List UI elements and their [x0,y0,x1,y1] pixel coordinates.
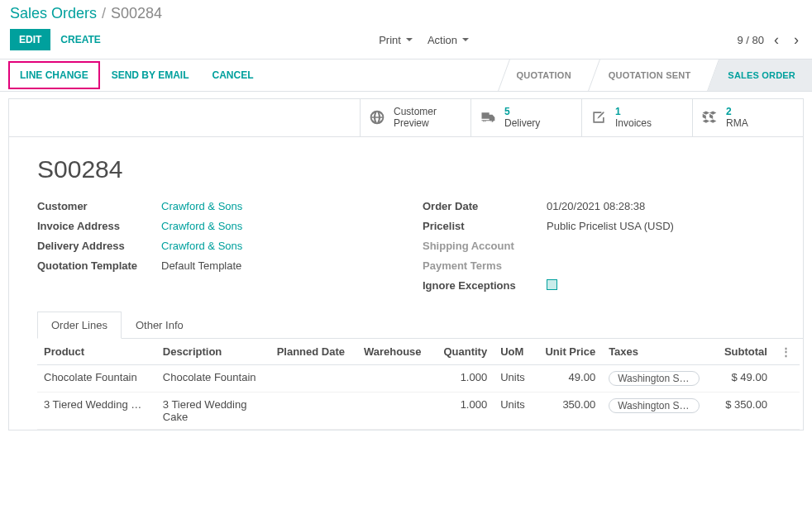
cell-planned-date [270,392,357,429]
pager-text: 9 / 80 [737,34,764,46]
line-change-button[interactable]: LINE CHANGE [8,61,100,89]
label-customer: Customer [37,200,161,212]
stat-label: Customer [394,106,437,117]
value-invoice-address[interactable]: Crawford & Sons [161,220,242,232]
label-quotation-template: Quotation Template [37,259,161,272]
col-planned-date[interactable]: Planned Date [270,339,357,365]
action-dropdown[interactable]: Action [427,34,469,46]
cell-taxes: Washington Sale… [609,398,700,413]
col-options[interactable]: ⋮ [774,339,800,365]
toolbar: EDIT CREATE Print Action 9 / 80 ‹ › [0,24,812,59]
label-ignore-exceptions: Ignore Exceptions [423,279,547,292]
form-fields: CustomerCrawford & Sons Invoice AddressC… [9,192,803,311]
label-pricelist: Pricelist [423,220,547,232]
page-title: S00284 [9,137,803,192]
cell-uom: Units [494,364,534,392]
stat-count: 5 [504,106,540,117]
value-customer[interactable]: Crawford & Sons [161,200,242,212]
stat-count: 2 [726,106,748,117]
create-button[interactable]: CREATE [50,30,110,50]
table-row[interactable]: Chocolate Fountain Chocolate Fountain 1.… [37,364,800,392]
col-product[interactable]: Product [37,339,156,365]
cell-unit-price: 350.00 [534,392,602,429]
cell-description: Chocolate Fountain [156,364,270,392]
form-sheet: Customer Preview 5 Delivery 1 Invoices 2… [8,98,804,431]
tab-other-info[interactable]: Other Info [122,312,198,339]
pencil-square-icon [590,109,607,126]
ignore-exceptions-checkbox[interactable] [547,279,557,290]
breadcrumb-current: S00284 [111,5,162,22]
label-invoice-address: Invoice Address [37,220,161,232]
col-taxes[interactable]: Taxes [602,339,714,365]
send-by-email-button[interactable]: SEND BY EMAIL [100,59,201,91]
cell-quantity: 1.000 [433,392,494,429]
stage-sales-order[interactable]: SALES ORDER [707,59,812,91]
breadcrumb: Sales Orders / S00284 [0,0,812,24]
table-row[interactable]: 3 Tiered Wedding … 3 Tiered Wedding Cake… [37,392,800,429]
boxes-icon [701,109,718,126]
right-column: Order Date01/20/2021 08:28:38 PricelistP… [423,197,775,296]
stat-rma[interactable]: 2 RMA [692,99,803,136]
caret-down-icon [462,38,469,45]
cell-unit-price: 49.00 [534,364,602,392]
col-uom[interactable]: UoM [494,339,534,365]
cell-subtotal: $ 49.00 [714,364,774,392]
print-dropdown[interactable]: Print [379,34,413,46]
cell-subtotal: $ 350.00 [714,392,774,429]
cell-product: Chocolate Fountain [44,371,137,383]
col-warehouse[interactable]: Warehouse [357,339,433,365]
edit-button[interactable]: EDIT [10,29,50,50]
stage-indicator: QUOTATION QUOTATION SENT SALES ORDER [497,59,812,91]
pager-prev[interactable]: ‹ [769,32,784,47]
status-bar: LINE CHANGE SEND BY EMAIL CANCEL QUOTATI… [0,59,812,92]
caret-down-icon [406,38,413,45]
cancel-button[interactable]: CANCEL [200,59,265,91]
value-order-date: 01/20/2021 08:28:38 [547,200,775,212]
pager-next[interactable]: › [789,32,804,47]
label-order-date: Order Date [423,200,547,212]
stage-quotation[interactable]: QUOTATION [497,59,588,91]
stat-label: Invoices [615,117,652,129]
breadcrumb-separator: / [102,5,106,22]
cell-planned-date [270,364,357,392]
value-quotation-template: Default Template [161,259,389,272]
pager: 9 / 80 ‹ › [737,32,804,47]
cell-product: 3 Tiered Wedding … [44,398,141,411]
col-description[interactable]: Description [156,339,270,365]
stat-label: Preview [394,117,437,129]
cell-quantity: 1.000 [433,364,494,392]
col-quantity[interactable]: Quantity [433,339,494,365]
cell-warehouse [357,364,433,392]
cell-description: 3 Tiered Wedding Cake [156,392,270,429]
stat-label: RMA [726,117,748,129]
col-subtotal[interactable]: Subtotal [714,339,774,365]
stat-count: 1 [615,106,652,117]
label-shipping-account: Shipping Account [423,240,547,252]
cell-warehouse [357,392,433,429]
truck-icon [480,109,496,126]
cell-taxes: Washington Sale… [609,371,700,386]
stage-quotation-sent[interactable]: QUOTATION SENT [588,59,708,91]
label-payment-terms: Payment Terms [423,259,547,272]
label-delivery-address: Delivery Address [37,240,161,252]
toolbar-center: Print Action [111,34,738,46]
left-column: CustomerCrawford & Sons Invoice AddressC… [37,197,389,296]
cell-uom: Units [494,392,534,429]
stat-delivery[interactable]: 5 Delivery [470,99,581,136]
stat-buttons: Customer Preview 5 Delivery 1 Invoices 2… [9,99,803,137]
value-delivery-address[interactable]: Crawford & Sons [161,240,242,252]
order-lines-table: Product Description Planned Date Warehou… [9,339,803,430]
value-pricelist: Public Pricelist USA (USD) [547,220,775,232]
stat-customer-preview[interactable]: Customer Preview [360,99,470,136]
col-unit-price[interactable]: Unit Price [534,339,602,365]
globe-icon [369,109,385,126]
tabs: Order Lines Other Info [37,311,803,339]
stat-invoices[interactable]: 1 Invoices [581,99,692,136]
stat-label: Delivery [504,117,540,129]
tab-order-lines[interactable]: Order Lines [37,312,122,339]
breadcrumb-root[interactable]: Sales Orders [10,5,97,22]
